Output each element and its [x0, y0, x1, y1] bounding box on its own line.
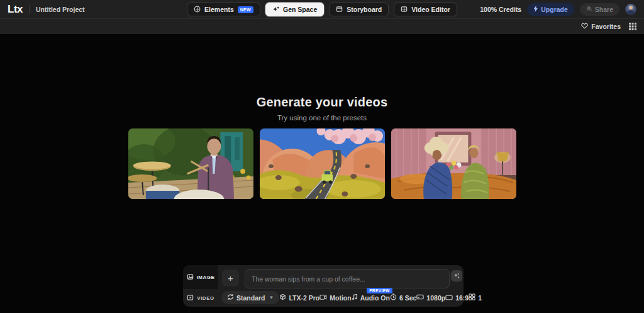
- aspect-ratio-icon: [445, 294, 453, 302]
- setting-label: LTX-2 Pro: [289, 294, 319, 302]
- storyboard-icon: [336, 6, 343, 14]
- tab-gen-space[interactable]: Gen Space: [265, 3, 324, 16]
- preset-gallery: [0, 128, 644, 199]
- tab-label: Video Editor: [411, 6, 450, 13]
- setting-model[interactable]: LTX-2 Pro: [279, 293, 319, 302]
- tab-storyboard[interactable]: Storyboard: [329, 3, 389, 16]
- credits-indicator: 100% Credits: [480, 6, 521, 13]
- ltx-logo: Ltx: [8, 4, 23, 14]
- preset-thumbnail: [391, 128, 516, 199]
- upgrade-button[interactable]: Upgrade: [527, 3, 574, 16]
- favorites-button[interactable]: Favorites: [581, 23, 621, 30]
- app-window: Ltx Untitled Project Elements NEW Gen Sp…: [0, 0, 644, 313]
- setting-label: 1080p: [426, 294, 445, 302]
- batch-grid-icon: [469, 293, 475, 302]
- setting-duration[interactable]: 6 Sec: [390, 293, 416, 302]
- plus-glyph: +: [228, 273, 233, 283]
- tab-elements[interactable]: Elements NEW: [187, 3, 260, 16]
- share-label: Share: [595, 6, 613, 13]
- enhance-prompt-button[interactable]: [451, 270, 462, 282]
- favorites-label: Favorites: [591, 23, 621, 30]
- page-title: Generate your videos: [0, 95, 644, 110]
- clock-icon: [390, 293, 397, 302]
- setting-label: 6 Sec: [399, 294, 416, 302]
- setting-label: Motion: [330, 294, 351, 302]
- setting-label: 1: [478, 294, 482, 302]
- generation-settings: Standard ▼ LTX-2 Pro Motion PREVIEW: [221, 290, 459, 305]
- music-note-icon: [352, 293, 358, 302]
- mode-tab-image[interactable]: IMAGE: [183, 265, 218, 289]
- setting-quality[interactable]: Standard ▼: [221, 291, 279, 304]
- tab-video-editor[interactable]: Video Editor: [394, 3, 457, 16]
- grid-view-button[interactable]: [629, 23, 636, 30]
- loop-icon: [227, 293, 234, 302]
- sparkle-icon: [272, 6, 279, 14]
- setting-batch-count[interactable]: 1: [469, 293, 482, 302]
- workspace-tabs: Elements NEW Gen Space Storyboard Video: [187, 0, 457, 19]
- sub-toolbar: Favorites: [0, 19, 644, 34]
- page-subtitle: Try using one of the presets: [0, 114, 644, 122]
- prompt-input[interactable]: [245, 269, 450, 288]
- setting-label: 16:9: [455, 294, 469, 302]
- video-icon: [187, 292, 194, 304]
- setting-resolution[interactable]: 1080p: [416, 294, 445, 302]
- setting-label: Standard: [236, 294, 265, 302]
- preset-claymation-road[interactable]: [260, 128, 385, 199]
- tab-label: Elements: [204, 6, 234, 13]
- video-editor-icon: [401, 6, 408, 14]
- prompt-panel: IMAGE VIDEO + Standard ▼: [183, 265, 464, 307]
- setting-audio[interactable]: PREVIEW Audio On: [352, 293, 390, 302]
- user-avatar[interactable]: [625, 4, 636, 15]
- mode-tab-video[interactable]: VIDEO: [183, 289, 218, 307]
- setting-label: Audio On: [360, 294, 390, 302]
- preset-two-women-bedroom[interactable]: [391, 128, 516, 199]
- elements-icon: [194, 6, 201, 14]
- tab-label: Storyboard: [347, 6, 382, 13]
- preview-badge: PREVIEW: [367, 288, 392, 293]
- preset-thumbnail: [260, 128, 385, 199]
- project-title[interactable]: Untitled Project: [36, 6, 85, 13]
- share-button[interactable]: Share: [580, 3, 619, 16]
- cube-icon: [279, 293, 286, 302]
- setting-aspect-ratio[interactable]: 16:9: [445, 294, 469, 302]
- chevron-down-icon: ▼: [269, 295, 274, 300]
- top-header: Ltx Untitled Project Elements NEW Gen Sp…: [0, 0, 644, 19]
- setting-motion[interactable]: Motion: [319, 294, 351, 302]
- add-media-button[interactable]: +: [222, 270, 239, 287]
- new-badge: NEW: [238, 6, 253, 13]
- upgrade-label: Upgrade: [541, 6, 568, 13]
- mode-label: IMAGE: [197, 275, 215, 280]
- divider: [29, 5, 30, 14]
- mode-label: VIDEO: [197, 295, 214, 301]
- monitor-icon: [416, 294, 424, 302]
- tab-label: Gen Space: [283, 6, 317, 13]
- image-icon: [187, 271, 194, 283]
- lightning-icon: [533, 6, 538, 13]
- preset-drummer-garden[interactable]: [128, 128, 253, 199]
- people-icon: [586, 6, 592, 13]
- heart-icon: [581, 23, 588, 30]
- sparkles-icon: [453, 270, 460, 282]
- camera-icon: [319, 294, 327, 302]
- preset-thumbnail: [128, 128, 253, 199]
